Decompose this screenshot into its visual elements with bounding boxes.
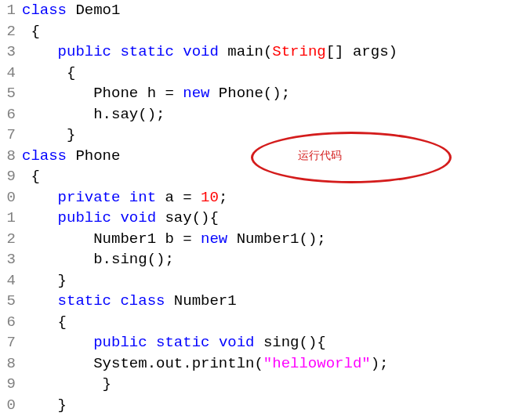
- line-number: 5: [0, 83, 16, 104]
- code-line: {: [22, 166, 397, 187]
- code-line: public static void main(String[] args): [22, 42, 397, 63]
- line-number: 4: [0, 270, 16, 291]
- code-line: private int a = 10;: [22, 187, 397, 208]
- line-number: 2: [0, 229, 16, 250]
- line-number: 1: [0, 0, 16, 21]
- line-number: 9: [0, 374, 16, 395]
- line-number: 6: [0, 104, 16, 125]
- line-number: 2: [0, 21, 16, 42]
- code-line: System.out.println("helloworld");: [22, 353, 397, 375]
- line-number: 8: [0, 146, 16, 167]
- line-number: 5: [0, 291, 16, 312]
- code-line: Phone h = new Phone();: [22, 83, 397, 104]
- code-line: h.say();: [22, 104, 397, 125]
- line-number: 7: [0, 125, 16, 146]
- code-line: }: [22, 125, 397, 146]
- line-number: 9: [0, 166, 16, 187]
- code-line: class Phone: [22, 146, 397, 167]
- code-line: Number1 b = new Number1();: [22, 229, 397, 250]
- code-line: static class Number1: [22, 291, 397, 312]
- code-area: class Demo1 { public static void main(St…: [19, 0, 397, 415]
- line-number: 1: [0, 208, 16, 229]
- code-line: }: [22, 270, 397, 291]
- code-line: b.sing();: [22, 249, 397, 270]
- line-number: 6: [0, 312, 16, 333]
- code-line: {: [22, 312, 397, 333]
- line-number: 0: [0, 395, 16, 416]
- code-line: public void say(){: [22, 208, 397, 229]
- line-number: 8: [0, 353, 16, 375]
- code-line: }: [22, 395, 397, 416]
- line-number: 3: [0, 249, 16, 270]
- line-number: 7: [0, 332, 16, 353]
- code-line: }: [22, 374, 397, 395]
- line-number-gutter: 1 2 3 4 5 6 7 8 9 0 1 2 3 4 5 6 7 8 9 0: [0, 0, 19, 415]
- line-number: 0: [0, 187, 16, 208]
- line-number: 4: [0, 63, 16, 84]
- code-line: class Demo1: [22, 0, 397, 21]
- line-number: 3: [0, 42, 16, 63]
- code-line: {: [22, 63, 397, 84]
- code-line: public static void sing(){: [22, 332, 397, 353]
- code-line: {: [22, 21, 397, 42]
- code-editor: 1 2 3 4 5 6 7 8 9 0 1 2 3 4 5 6 7 8 9 0 …: [0, 0, 519, 415]
